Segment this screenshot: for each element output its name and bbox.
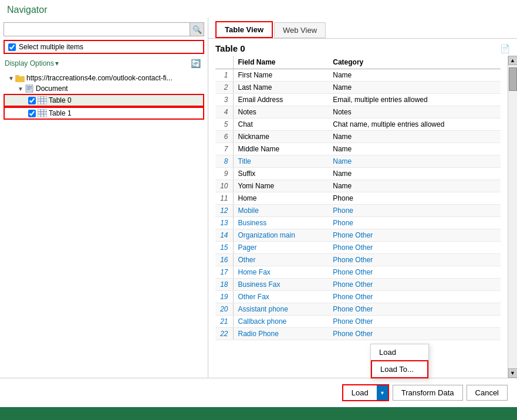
tree-checkbox-table1[interactable]	[28, 110, 36, 117]
cell-category: Phone Other	[328, 291, 501, 303]
cell-category: Phone Other	[328, 303, 501, 316]
transform-data-button[interactable]: Transform Data	[393, 385, 463, 401]
table0-icon	[38, 96, 47, 104]
cell-num: 11	[215, 192, 233, 205]
tree-item-document[interactable]: ▼ Document	[4, 83, 204, 94]
display-options-chevron-icon: ▾	[55, 59, 59, 67]
col-category: Category	[328, 56, 501, 69]
tree-checkbox-table0[interactable]	[28, 97, 36, 104]
cell-field: Yomi Name	[233, 180, 328, 192]
data-table-container[interactable]: Field Name Category 1First NameName2Last…	[208, 56, 508, 378]
tab-table-view[interactable]: Table View	[215, 21, 273, 38]
cell-category: Name	[328, 143, 501, 155]
search-button[interactable]: 🔍	[190, 23, 204, 36]
table-row: 20Assistant phonePhone Other	[215, 303, 501, 316]
cell-field: Other Fax	[233, 291, 328, 303]
load-dropdown-load[interactable]: Load	[371, 344, 428, 360]
table-row: 2Last NameName	[215, 82, 501, 94]
svg-rect-7	[38, 99, 47, 99]
svg-rect-6	[38, 96, 47, 104]
svg-rect-2	[26, 84, 33, 93]
select-multiple-row: Select multiple items	[4, 40, 204, 54]
cell-num: 17	[215, 266, 233, 279]
cell-category: Phone Other	[328, 328, 501, 340]
tree-document-label: Document	[36, 84, 68, 93]
scroll-down-button[interactable]: ▼	[508, 368, 518, 378]
display-options-label-text: Display Options	[5, 59, 54, 67]
cell-category: Name	[328, 131, 501, 143]
cell-num: 15	[215, 242, 233, 254]
select-multiple-checkbox[interactable]	[8, 43, 16, 51]
table-row: 17Home FaxPhone Other	[215, 266, 501, 279]
cell-field: Email Address	[233, 94, 328, 106]
scroll-thumb[interactable]	[509, 67, 517, 91]
col-field-name: Field Name	[233, 56, 328, 69]
cell-num: 9	[215, 168, 233, 180]
scroll-up-button[interactable]: ▲	[508, 56, 518, 65]
search-icon: 🔍	[192, 25, 202, 34]
cell-category: Phone Other	[328, 279, 501, 291]
search-input[interactable]	[4, 24, 190, 35]
table-row: 11HomePhone	[215, 192, 501, 205]
bottom-bar: Load Load To... Load ▾ Transform Data Ca…	[0, 378, 517, 407]
load-dropdown-load-to[interactable]: Load To...	[371, 360, 428, 378]
right-panel-inner: Field Name Category 1First NameName2Last…	[208, 56, 517, 378]
table-row: 3Email AddressEmail, multiple entries al…	[215, 94, 501, 106]
cell-field: Chat	[233, 118, 328, 131]
cell-num: 22	[215, 328, 233, 340]
cell-category: Phone	[328, 192, 501, 205]
cell-field: Assistant phone	[233, 303, 328, 316]
load-chevron-icon: ▾	[381, 389, 384, 396]
table-row: 9SuffixName	[215, 168, 501, 180]
cell-field: Mobile	[233, 205, 328, 217]
display-options-button[interactable]: Display Options ▾	[5, 59, 59, 67]
cell-field: Middle Name	[233, 143, 328, 155]
cell-field: Pager	[233, 242, 328, 254]
cell-field: Last Name	[233, 82, 328, 94]
cell-num: 1	[215, 69, 233, 82]
scrollbar: ▲ ▼	[508, 56, 517, 378]
svg-rect-3	[27, 86, 32, 87]
svg-rect-11	[38, 109, 47, 117]
search-box: 🔍	[4, 22, 204, 36]
load-arrow-button[interactable]: ▾	[377, 385, 388, 400]
cell-field: Business Fax	[233, 279, 328, 291]
cell-num: 12	[215, 205, 233, 217]
svg-rect-5	[27, 89, 30, 90]
display-options-row: Display Options ▾ 🔄	[4, 57, 204, 69]
cancel-button[interactable]: Cancel	[467, 385, 508, 401]
svg-rect-8	[38, 101, 47, 101]
table-row: 21Callback phonePhone Other	[215, 316, 501, 328]
table-row: 16OtherPhone Other	[215, 254, 501, 266]
table-export-button[interactable]: 📄	[500, 44, 510, 53]
export-icon: 📄	[500, 44, 510, 53]
load-button[interactable]: Load	[343, 385, 377, 400]
tab-web-view[interactable]: Web View	[274, 22, 326, 38]
table-row: 1First NameName	[215, 69, 501, 82]
col-num	[215, 56, 233, 69]
cell-field: Other	[233, 254, 328, 266]
cell-field: Suffix	[233, 168, 328, 180]
table-row: 6NicknameName	[215, 131, 501, 143]
table-row: 5ChatChat name, multiple entries allowed	[215, 118, 501, 131]
tree-item-url[interactable]: ▼ https://traccreations4e.com/outlook-co…	[4, 73, 204, 83]
cell-category: Name	[328, 82, 501, 94]
cell-num: 7	[215, 143, 233, 155]
cell-category: Name	[328, 180, 501, 192]
refresh-button[interactable]: 🔄	[188, 57, 203, 69]
folder-icon	[15, 74, 25, 82]
cell-field: Business	[233, 217, 328, 229]
dialog-body: 🔍 Select multiple items Display Options …	[0, 18, 517, 378]
navigator-dialog: Navigator 🔍 Select multiple items Displa…	[0, 0, 517, 420]
cell-field: Callback phone	[233, 316, 328, 328]
cell-num: 10	[215, 180, 233, 192]
cell-num: 14	[215, 229, 233, 242]
tree-table0-label: Table 0	[49, 96, 72, 104]
table-row: 4NotesNotes	[215, 106, 501, 118]
table-row: 15PagerPhone Other	[215, 242, 501, 254]
tree-item-table1[interactable]: Table 1	[4, 107, 204, 120]
table-row: 10Yomi NameName	[215, 180, 501, 192]
svg-rect-0	[15, 76, 25, 82]
tree-item-table0[interactable]: Table 0	[4, 94, 204, 107]
cell-category: Phone Other	[328, 242, 501, 254]
